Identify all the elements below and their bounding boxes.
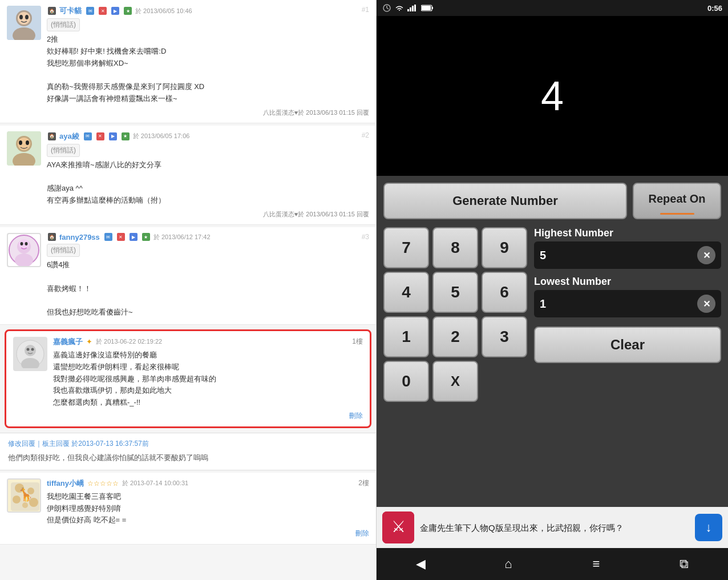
key-3[interactable]: 3 <box>482 316 527 357</box>
tiffany-stars: ☆☆☆☆☆ <box>87 480 119 488</box>
svg-text:🦒: 🦒 <box>18 487 34 502</box>
nav-recent-button[interactable]: ⧉ <box>667 553 701 575</box>
clear-button[interactable]: Clear <box>534 327 721 363</box>
svg-rect-37 <box>414 5 416 11</box>
badge-2c: ▶ <box>109 132 117 140</box>
key-4[interactable]: 4 <box>383 272 429 313</box>
ad-icon: ⚔ <box>382 511 414 543</box>
nav-home-button[interactable]: ⌂ <box>491 553 525 575</box>
ad-banner: ⚔ 金庸先生筆下人物Q版呈現出來，比武招親，你行嗎？ ↓ <box>377 507 728 548</box>
svg-rect-36 <box>412 6 414 11</box>
alarm-icon <box>382 3 391 13</box>
lowest-number-row: Lowest Number 1 ✕ <box>534 276 721 317</box>
signal-icon <box>407 5 418 11</box>
nav-menu-button[interactable]: ≡ <box>579 553 613 575</box>
lowest-number-value: 1 <box>540 297 694 311</box>
username-1: 可卡貓 <box>59 6 82 16</box>
comment-3-header: 🏠 fanny279ss ✉ ✕ ▶ ★ 於 2013/06/12 17:42 <box>47 233 369 241</box>
repeat-on-button[interactable]: Repeat On <box>633 183 721 219</box>
lowest-number-label: Lowest Number <box>534 276 721 288</box>
key-8[interactable]: 8 <box>432 227 478 268</box>
timestamp-tiffany: 於 2013-07-14 10:00:31 <box>122 479 188 488</box>
badge-1a: ✉ <box>86 7 94 15</box>
key-0[interactable]: 0 <box>383 361 429 402</box>
svg-point-5 <box>25 15 29 19</box>
comment-2: 🏠 aya綾 ✉ ✕ ▶ ★ 於 2013/06/05 17:06 (悄悄話) … <box>0 126 376 225</box>
delete-tiffany[interactable]: 刪除 <box>47 529 369 538</box>
svg-rect-40 <box>432 7 433 9</box>
badge-3d: ★ <box>142 233 150 241</box>
lowest-number-clear-button[interactable]: ✕ <box>697 295 715 313</box>
svg-point-29 <box>22 502 28 508</box>
comment-number-3: #3 <box>362 233 369 241</box>
badge-3c: ▶ <box>130 233 137 241</box>
comment-1-header: 🏠 可卡貓 ✉ ✕ ▶ ★ 於 2013/06/05 10:46 <box>47 6 369 16</box>
user-icon-1: 🏠 <box>48 7 56 15</box>
floor-highlighted: 1樓 <box>352 337 363 347</box>
reply-info-1: 八比蛋漢态♥於 2013/06/13 01:15 回覆 <box>47 108 369 117</box>
hidden-2: (悄悄話) <box>47 144 80 157</box>
floor-tiffany: 2樓 <box>358 478 369 488</box>
timestamp-2: 於 2013/06/05 17:06 <box>133 132 190 140</box>
delete-highlighted[interactable]: 刪除 <box>53 411 363 421</box>
app-controls: Generate Number Repeat On 7 8 9 4 5 6 1 … <box>377 176 728 507</box>
svg-point-19 <box>25 345 36 356</box>
number-display: 4 <box>377 16 728 176</box>
key-1[interactable]: 1 <box>383 316 429 357</box>
forum-panel: 🏠 可卡貓 ✉ ✕ ▶ ★ 於 2013/06/05 10:46 (悄悄話) 2… <box>0 0 377 580</box>
key-9[interactable]: 9 <box>482 227 527 268</box>
tiffany-comment: 🦒 tiffany小嶠 ☆☆☆☆☆ 於 2013-07-14 10:00:31 … <box>0 473 376 545</box>
key-6[interactable]: 6 <box>482 272 527 313</box>
highlighted-text: 嘉義這邊好像沒這麼特別的餐廳 還蠻想吃吃看伊朗料理，看起來很棒呢 我對攤必得吃呢… <box>53 349 363 409</box>
key-x[interactable]: X <box>432 361 478 402</box>
keypad-settings-row: 7 8 9 4 5 6 1 2 3 0 X Highest Number 5 <box>383 227 721 402</box>
top-buttons-row: Generate Number Repeat On <box>383 183 721 219</box>
highest-number-row: Highest Number 5 ✕ <box>534 227 721 269</box>
nav-back-button[interactable]: ◀ <box>403 553 438 575</box>
svg-rect-35 <box>410 7 411 11</box>
badge-2b: ✕ <box>96 132 104 140</box>
highlighted-comment: 嘉義瘋子 ✦ 於 2013-06-22 02:19:22 1樓 嘉義這邊好像沒這… <box>5 329 371 428</box>
comment-3: 🏠 fanny279ss ✉ ✕ ▶ ★ 於 2013/06/12 17:42 … <box>0 227 376 325</box>
lowest-number-input: 1 ✕ <box>534 290 721 317</box>
badge-2a: ✉ <box>84 132 92 140</box>
comment-number-1: #1 <box>362 6 369 14</box>
avatar-2 <box>7 131 41 166</box>
svg-point-9 <box>19 140 22 145</box>
comment-2-header: 🏠 aya綾 ✉ ✕ ▶ ★ 於 2013/06/05 17:06 <box>47 131 369 142</box>
status-time: 0:56 <box>707 4 722 13</box>
badge-3a: ✉ <box>104 233 112 241</box>
wifi-icon <box>395 5 404 11</box>
comment-3-text: 6讚4推 喜歡烤蝦！！ 但我也好想吃吃看傻齒汁~ <box>47 259 369 319</box>
svg-point-21 <box>27 348 30 351</box>
key-2[interactable]: 2 <box>432 316 478 357</box>
key-7[interactable]: 7 <box>383 227 429 268</box>
svg-point-10 <box>26 140 29 145</box>
comment-1-body: 🏠 可卡貓 ✉ ✕ ▶ ★ 於 2013/06/05 10:46 (悄悄話) 2… <box>47 6 369 117</box>
highest-number-clear-button[interactable]: ✕ <box>697 246 715 264</box>
settings-panel: Highest Number 5 ✕ Lowest Number 1 ✕ Cle… <box>534 227 721 402</box>
badge-1b: ✕ <box>99 7 107 15</box>
badge-2d: ★ <box>122 132 130 140</box>
tiffany-text: 我想吃園王餐三喜客吧 伊朗料理感覺好特別唷 但是價位好高 吃不起= = <box>47 491 369 526</box>
svg-rect-39 <box>422 6 431 10</box>
svg-text:⚔: ⚔ <box>391 518 406 535</box>
status-left-icons <box>382 3 434 13</box>
key-5[interactable]: 5 <box>432 272 478 313</box>
username-highlighted: 嘉義瘋子 <box>53 337 83 347</box>
user-icon-2: 🏠 <box>48 132 56 140</box>
comment-3-body: 🏠 fanny279ss ✉ ✕ ▶ ★ 於 2013/06/12 17:42 … <box>47 233 369 319</box>
tiffany-comment-header: tiffany小嶠 ☆☆☆☆☆ 於 2013-07-14 10:00:31 2樓 <box>47 478 369 489</box>
reply-box-header: 修改回覆｜板主回覆 於2013-07-13 16:37:57前 <box>8 439 368 449</box>
avatar-tiffany: 🦒 <box>7 478 41 513</box>
generate-number-button[interactable]: Generate Number <box>383 183 627 219</box>
comment-2-text: AYA來推推唷~感謝八比的好文分享 感謝aya ^^ 有空再多辦點這麼棒的活動喃… <box>47 159 369 207</box>
highest-number-input: 5 ✕ <box>534 241 721 269</box>
reply-info-2: 八比蛋漢态♥於 2013/06/13 01:15 回覆 <box>47 210 369 219</box>
ad-download-button[interactable]: ↓ <box>695 514 722 541</box>
timestamp-3: 於 2013/06/12 17:42 <box>153 233 211 241</box>
svg-point-16 <box>25 242 28 245</box>
avatar-highlighted <box>13 337 47 371</box>
verified-icon: ✦ <box>86 337 92 346</box>
comment-number-2: #2 <box>362 131 369 139</box>
